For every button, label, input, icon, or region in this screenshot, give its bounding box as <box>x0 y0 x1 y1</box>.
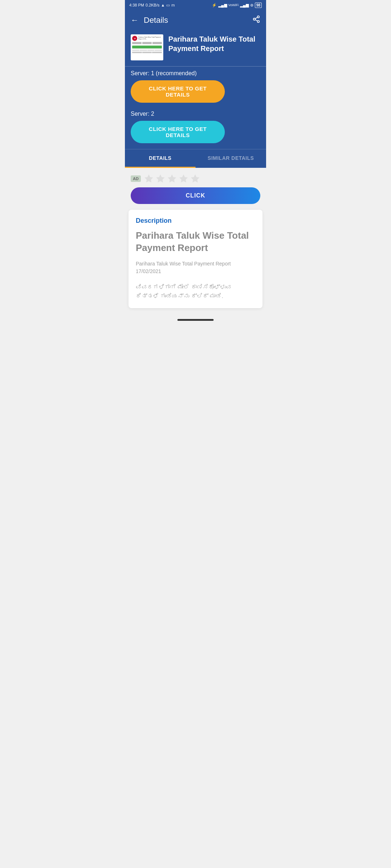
page-title: Details <box>144 16 168 25</box>
nav-pill <box>177 319 214 321</box>
tab-similar-details[interactable]: SIMILAR DETAILS <box>196 149 266 168</box>
svg-line-3 <box>255 20 257 21</box>
ad-section: AD CLICK <box>125 168 266 210</box>
description-kannada: ವಿವರಗಳಿಗಾಗಿ ಮೇಲೆ ಕಾಣಿಸಿಕೊಳ್ಳುವ ಕಿತ್ತಳೆ ಗ… <box>136 282 255 301</box>
signal-icon: ▂▄▆ <box>218 3 227 8</box>
time: 4:38 PM <box>129 3 144 7</box>
ad-row: AD <box>131 174 260 184</box>
description-card: Description Parihara Taluk Wise Total Pa… <box>129 210 262 308</box>
share-button[interactable] <box>252 15 260 25</box>
bluetooth-icon: ⚡ <box>212 3 217 8</box>
status-left: 4:38 PM 0.2KB/s ▲ ▭ m <box>129 3 175 8</box>
emblem-icon: ✦ <box>132 36 137 41</box>
ad-stars <box>144 174 200 184</box>
server1-label: Server: 1 (recommended) <box>131 70 260 77</box>
description-subtitle-text: Parihara Taluk Wise Total Payment Report… <box>136 261 231 274</box>
battery-indicator: 98 <box>255 3 262 8</box>
description-main-title: Parihara Taluk Wise Total Payment Report <box>136 230 255 254</box>
status-right: ⚡ ▂▄▆ VoWiFi ▂▄▆ ⊛ 98 <box>212 3 262 8</box>
sim-icon: ▭ <box>166 3 170 8</box>
cloud-icon: ▲ <box>161 3 165 7</box>
tabs-bar: DETAILS SIMILAR DETAILS <box>125 149 266 168</box>
server2-section: Server: 2 CLICK HERE TO GET DETAILS <box>125 109 266 149</box>
header-left: ← Details <box>131 16 168 25</box>
star-2-icon <box>155 174 165 184</box>
server2-button[interactable]: CLICK HERE TO GET DETAILS <box>131 121 225 143</box>
report-title: Parihara Taluk Wise Total Payment Report <box>168 34 260 53</box>
description-subtitle: Parihara Taluk Wise Total Payment Report… <box>136 260 255 275</box>
wifi-icon: ⊛ <box>250 3 253 8</box>
ad-badge: AD <box>131 175 141 182</box>
ad-click-button[interactable]: CLICK <box>131 187 260 204</box>
star-4-icon <box>178 174 189 184</box>
description-label: Description <box>136 217 255 225</box>
report-header: ✦ Parihara Taluk Wise Total Payment Repo… <box>125 30 266 67</box>
m-icon: m <box>171 3 175 7</box>
report-thumbnail: ✦ Parihara Taluk Wise Total Payment Repo… <box>131 34 163 60</box>
network-speed: 0.2KB/s <box>146 3 160 7</box>
star-3-icon <box>167 174 177 184</box>
svg-line-4 <box>255 17 257 19</box>
bottom-nav-indicator <box>125 315 266 324</box>
app-header: ← Details <box>125 10 266 30</box>
status-bar: 4:38 PM 0.2KB/s ▲ ▭ m ⚡ ▂▄▆ VoWiFi ▂▄▆ ⊛… <box>125 0 266 10</box>
star-1-icon <box>144 174 154 184</box>
wifi-signal-icon: ▂▄▆ <box>240 3 249 8</box>
star-5-icon <box>190 174 200 184</box>
vowifi-label: VoWiFi <box>228 3 239 7</box>
server1-button[interactable]: CLICK HERE TO GET DETAILS <box>131 80 225 103</box>
tab-details[interactable]: DETAILS <box>125 149 196 168</box>
back-button[interactable]: ← <box>131 16 139 25</box>
server1-section: Server: 1 (recommended) CLICK HERE TO GE… <box>125 67 266 109</box>
server2-label: Server: 2 <box>131 111 260 117</box>
